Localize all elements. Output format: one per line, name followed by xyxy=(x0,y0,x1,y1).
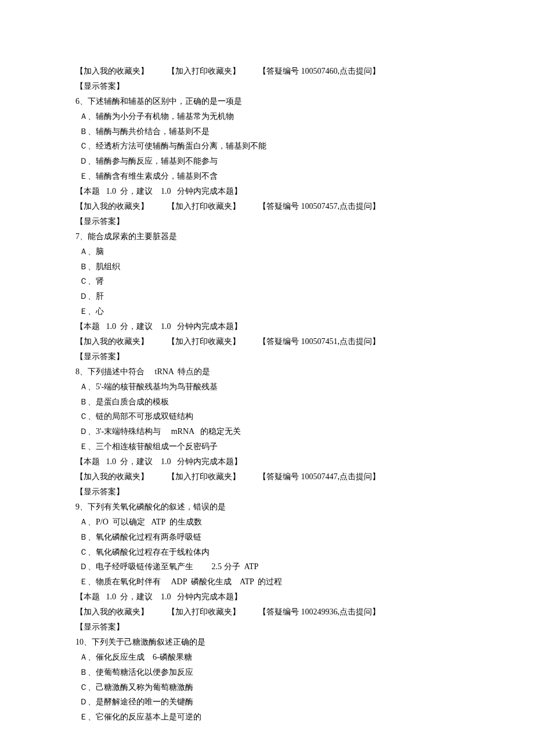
score-line: 【本题 1.0 分，建议 1.0 分钟内完成本题】 xyxy=(75,319,459,334)
option-c[interactable]: Ｃ、肾 xyxy=(75,274,459,289)
question-block-8: 8、下列描述中符合 tRNA 特点的是 Ａ、5'-端的核苷酸残基均为鸟苷酸残基 … xyxy=(75,364,459,500)
option-a[interactable]: Ａ、P/O 可以确定 ATP 的生成数 xyxy=(75,515,459,530)
add-to-my-favorites-link[interactable]: 【加入我的收藏夹】 xyxy=(75,202,149,211)
option-d[interactable]: Ｄ、是酵解途径的唯一的关键酶 xyxy=(75,694,459,710)
faq-link[interactable]: 【答疑编号 100507447,点击提问】 xyxy=(258,472,380,481)
option-c[interactable]: Ｃ、链的局部不可形成双链结构 xyxy=(75,409,459,424)
add-to-print-favorites-link[interactable]: 【加入打印收藏夹】 xyxy=(167,607,240,616)
option-b[interactable]: Ｂ、使葡萄糖活化以便参加反应 xyxy=(75,665,459,680)
option-a[interactable]: Ａ、辅酶为小分子有机物，辅基常为无机物 xyxy=(75,109,459,124)
faq-link[interactable]: 【答疑编号 100249936,点击提问】 xyxy=(258,607,380,616)
option-e[interactable]: Ｅ、它催化的反应基本上是可逆的 xyxy=(75,710,459,725)
action-line: 【加入我的收藏夹】 【加入打印收藏夹】 【答疑编号 100507451,点击提问… xyxy=(75,334,459,349)
add-to-my-favorites-link[interactable]: 【加入我的收藏夹】 xyxy=(75,607,149,616)
question-block-5-tail: 【加入我的收藏夹】 【加入打印收藏夹】 【答疑编号 100507460,点击提问… xyxy=(75,64,459,94)
show-answer-link[interactable]: 【显示答案】 xyxy=(75,620,459,635)
faq-link[interactable]: 【答疑编号 100507457,点击提问】 xyxy=(258,202,380,211)
question-block-6: 6、下述辅酶和辅基的区别中，正确的是一项是 Ａ、辅酶为小分子有机物，辅基常为无机… xyxy=(75,94,459,229)
option-e[interactable]: Ｅ、辅酶含有维生素成分，辅基则不含 xyxy=(75,169,459,184)
score-line: 【本题 1.0 分，建议 1.0 分钟内完成本题】 xyxy=(75,184,459,199)
question-block-7: 7、能合成尿素的主要脏器是 Ａ、脑 Ｂ、肌组织 Ｃ、肾 Ｄ、肝 Ｅ、心 【本题 … xyxy=(75,229,459,364)
question-stem: 7、能合成尿素的主要脏器是 xyxy=(75,229,459,244)
action-line: 【加入我的收藏夹】 【加入打印收藏夹】 【答疑编号 100507457,点击提问… xyxy=(75,199,459,214)
score-line: 【本题 1.0 分，建议 1.0 分钟内完成本题】 xyxy=(75,454,459,469)
question-block-10: 10、下列关于己糖激酶叙述正确的是 Ａ、催化反应生成 6-磷酸果糖 Ｂ、使葡萄糖… xyxy=(75,635,459,725)
faq-link[interactable]: 【答疑编号 100507451,点击提问】 xyxy=(258,337,380,346)
option-d[interactable]: Ｄ、辅酶参与酶反应，辅基则不能参与 xyxy=(75,154,459,169)
add-to-print-favorites-link[interactable]: 【加入打印收藏夹】 xyxy=(167,337,240,346)
show-answer-link[interactable]: 【显示答案】 xyxy=(75,214,459,229)
option-e[interactable]: Ｅ、心 xyxy=(75,304,459,319)
action-line: 【加入我的收藏夹】 【加入打印收藏夹】 【答疑编号 100249936,点击提问… xyxy=(75,605,459,620)
show-answer-link[interactable]: 【显示答案】 xyxy=(75,484,459,500)
option-c[interactable]: Ｃ、氧化磷酸化过程存在于线粒体内 xyxy=(75,545,459,560)
action-line: 【加入我的收藏夹】 【加入打印收藏夹】 【答疑编号 100507447,点击提问… xyxy=(75,469,459,484)
add-to-print-favorites-link[interactable]: 【加入打印收藏夹】 xyxy=(167,202,240,211)
option-b[interactable]: Ｂ、辅酶与酶共价结合，辅基则不是 xyxy=(75,124,459,139)
score-line: 【本题 1.0 分，建议 1.0 分钟内完成本题】 xyxy=(75,589,459,605)
show-answer-link[interactable]: 【显示答案】 xyxy=(75,349,459,364)
option-d[interactable]: Ｄ、3'-末端特殊结构与 mRNA 的稳定无关 xyxy=(75,424,459,439)
option-b[interactable]: Ｂ、是蛋白质合成的模板 xyxy=(75,395,459,410)
faq-link[interactable]: 【答疑编号 100507460,点击提问】 xyxy=(258,67,380,75)
question-stem: 10、下列关于己糖激酶叙述正确的是 xyxy=(75,635,459,650)
add-to-my-favorites-link[interactable]: 【加入我的收藏夹】 xyxy=(75,67,149,75)
option-c[interactable]: Ｃ、经透析方法可使辅酶与酶蛋白分离，辅基则不能 xyxy=(75,139,459,154)
question-stem: 9、下列有关氧化磷酸化的叙述，错误的是 xyxy=(75,500,459,515)
option-b[interactable]: Ｂ、氧化磷酸化过程有两条呼吸链 xyxy=(75,530,459,545)
option-d[interactable]: Ｄ、电子经呼吸链传递至氧产生 2.5 分子 ATP xyxy=(75,559,459,574)
option-d[interactable]: Ｄ、肝 xyxy=(75,289,459,304)
action-line: 【加入我的收藏夹】 【加入打印收藏夹】 【答疑编号 100507460,点击提问… xyxy=(75,64,459,79)
question-block-9: 9、下列有关氧化磷酸化的叙述，错误的是 Ａ、P/O 可以确定 ATP 的生成数 … xyxy=(75,500,459,635)
option-e[interactable]: Ｅ、物质在氧化时伴有 ADP 磷酸化生成 ATP 的过程 xyxy=(75,574,459,589)
option-c[interactable]: Ｃ、己糖激酶又称为葡萄糖激酶 xyxy=(75,680,459,695)
option-b[interactable]: Ｂ、肌组织 xyxy=(75,259,459,274)
add-to-print-favorites-link[interactable]: 【加入打印收藏夹】 xyxy=(167,67,240,75)
question-stem: 6、下述辅酶和辅基的区别中，正确的是一项是 xyxy=(75,94,459,109)
option-e[interactable]: Ｅ、三个相连核苷酸组成一个反密码子 xyxy=(75,439,459,454)
option-a[interactable]: Ａ、催化反应生成 6-磷酸果糖 xyxy=(75,650,459,665)
question-stem: 8、下列描述中符合 tRNA 特点的是 xyxy=(75,364,459,379)
option-a[interactable]: Ａ、5'-端的核苷酸残基均为鸟苷酸残基 xyxy=(75,379,459,395)
option-a[interactable]: Ａ、脑 xyxy=(75,244,459,259)
show-answer-link[interactable]: 【显示答案】 xyxy=(75,79,459,94)
add-to-print-favorites-link[interactable]: 【加入打印收藏夹】 xyxy=(167,472,240,481)
add-to-my-favorites-link[interactable]: 【加入我的收藏夹】 xyxy=(75,472,149,481)
add-to-my-favorites-link[interactable]: 【加入我的收藏夹】 xyxy=(75,337,149,346)
